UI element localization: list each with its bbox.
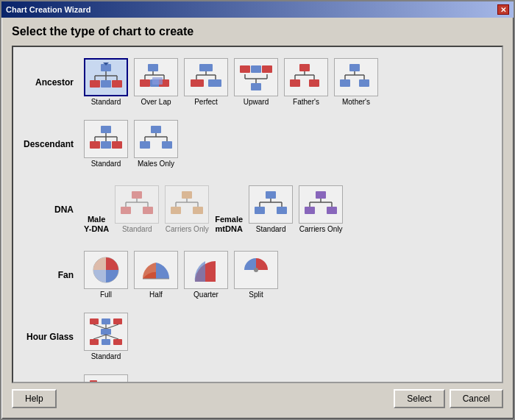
svg-rect-48: [101, 126, 111, 133]
svg-rect-47: [359, 79, 369, 87]
hourglass-standard-icon: [89, 317, 123, 346]
svg-rect-24: [191, 79, 204, 87]
ancestor-fathers-icon-box: [284, 58, 328, 96]
ancestor-upward-label: Upward: [244, 98, 269, 107]
svg-rect-10: [148, 64, 158, 71]
svg-rect-62: [140, 141, 150, 149]
ancestor-perfect-item[interactable]: Perfect: [182, 57, 230, 108]
svg-rect-7: [101, 80, 111, 88]
svg-rect-96: [102, 318, 110, 324]
ancestor-perfect-icon-box: [184, 58, 228, 96]
ancestor-overlap-item[interactable]: Over Lap: [132, 57, 180, 108]
bowtie-standard-icon-box: [84, 374, 128, 383]
dna-carriers-item[interactable]: Carriers Only: [163, 184, 210, 235]
svg-rect-31: [240, 65, 250, 73]
fan-half-icon-box: [134, 251, 178, 289]
hourglass-standard-item[interactable]: Standard: [82, 311, 129, 363]
svg-rect-71: [182, 191, 192, 199]
descendant-charts: Standard: [82, 118, 180, 170]
svg-rect-91: [327, 207, 337, 214]
svg-rect-46: [340, 79, 350, 87]
bowtie-standard-item[interactable]: Standard: [82, 373, 129, 383]
dna-female-carriers-item[interactable]: Carriers Only: [297, 184, 344, 235]
svg-rect-85: [316, 191, 326, 199]
ancestor-overlap-icon: [139, 63, 173, 92]
fan-quarter-icon-box: [184, 251, 228, 289]
svg-rect-101: [101, 329, 111, 335]
content-area: Select the type of chart to create Ances…: [1, 18, 514, 419]
select-button[interactable]: Select: [394, 389, 444, 408]
fan-half-item[interactable]: Half: [132, 249, 180, 301]
fan-split-icon-box: [234, 251, 278, 289]
dna-label: DNA: [16, 204, 82, 215]
svg-rect-55: [101, 141, 111, 149]
chart-selection-area: Ancestor: [12, 46, 503, 383]
fan-quarter-item[interactable]: Quarter: [182, 249, 230, 301]
window-title: Chart Creation Wizard: [6, 5, 90, 14]
descendant-standard-item[interactable]: Standard: [82, 118, 129, 170]
fan-full-item[interactable]: Full: [82, 249, 129, 301]
dna-female-standard-item[interactable]: Standard: [247, 184, 294, 235]
descendant-males-item[interactable]: Males Only: [132, 118, 180, 170]
dna-standard-item[interactable]: Standard: [113, 184, 160, 235]
hourglass-standard-icon-box: [84, 313, 128, 351]
ancestor-perfect-label: Perfect: [194, 98, 218, 107]
fan-quarter-icon: [189, 255, 223, 285]
ancestor-standard-label: Standard: [91, 98, 121, 107]
svg-rect-90: [305, 207, 315, 214]
cancel-button[interactable]: Cancel: [450, 389, 503, 408]
dna-standard-icon-box: [115, 185, 159, 224]
descendant-standard-icon: [89, 124, 123, 154]
fan-split-item[interactable]: Split: [232, 249, 280, 301]
svg-rect-57: [151, 126, 161, 133]
svg-rect-83: [255, 207, 265, 214]
ancestor-mothers-label: Mother's: [342, 98, 370, 107]
svg-rect-25: [208, 79, 221, 87]
fan-split-icon: [239, 255, 273, 285]
ancestor-fathers-item[interactable]: Father's: [283, 57, 330, 108]
dna-charts: MaleY-DNA: [82, 184, 344, 235]
title-bar: Chart Creation Wizard ✕: [1, 1, 514, 18]
ancestor-mothers-item[interactable]: Mother's: [333, 57, 380, 108]
svg-rect-34: [299, 64, 310, 71]
help-button[interactable]: Help: [12, 389, 57, 408]
svg-rect-33: [262, 65, 272, 73]
dna-female-mtdna-item: FemalemtDNA: [213, 213, 244, 235]
fan-half-icon: [139, 255, 173, 285]
svg-line-102: [93, 335, 106, 339]
dna-female-carriers-label: Carriers Only: [299, 225, 343, 234]
svg-rect-97: [113, 318, 122, 324]
ancestor-standard-item[interactable]: Standard: [82, 57, 129, 108]
ancestor-upward-item[interactable]: Upward: [232, 57, 280, 108]
dna-standard-label: Standard: [122, 225, 152, 234]
dna-female-standard-icon-box: [249, 185, 293, 224]
descendant-label: Descendant: [16, 139, 82, 149]
main-window: Chart Creation Wizard ✕ Select the type …: [0, 0, 515, 420]
descendant-standard-icon-box: [84, 120, 128, 158]
bowtie-charts: Standard: [82, 373, 129, 383]
fan-charts: Full Half: [82, 249, 280, 301]
ancestor-mothers-icon-box: [334, 58, 378, 96]
fan-full-label: Full: [100, 291, 112, 299]
hourglass-label: Hour Glass: [16, 332, 82, 342]
close-button[interactable]: ✕: [497, 4, 509, 15]
svg-rect-77: [193, 207, 203, 214]
fan-full-icon: [89, 255, 123, 285]
bowtie-row: Bow Tie: [16, 369, 499, 383]
svg-rect-41: [349, 64, 360, 71]
dna-row: DNA MaleY-DNA: [16, 177, 499, 243]
ancestor-charts: Standard: [82, 57, 380, 108]
svg-rect-18: [152, 77, 163, 85]
svg-rect-15: [140, 79, 150, 87]
svg-rect-19: [199, 64, 213, 71]
descendant-row: Descendant: [16, 115, 499, 174]
descendant-standard-label: Standard: [91, 160, 121, 168]
ancestor-overlap-label: Over Lap: [141, 98, 171, 107]
svg-rect-39: [290, 79, 300, 87]
svg-rect-56: [112, 141, 122, 149]
dna-female-standard-icon: [254, 190, 288, 219]
svg-point-94: [254, 268, 258, 272]
svg-rect-63: [162, 141, 172, 149]
ancestor-label: Ancestor: [16, 77, 82, 88]
svg-rect-84: [277, 207, 287, 214]
